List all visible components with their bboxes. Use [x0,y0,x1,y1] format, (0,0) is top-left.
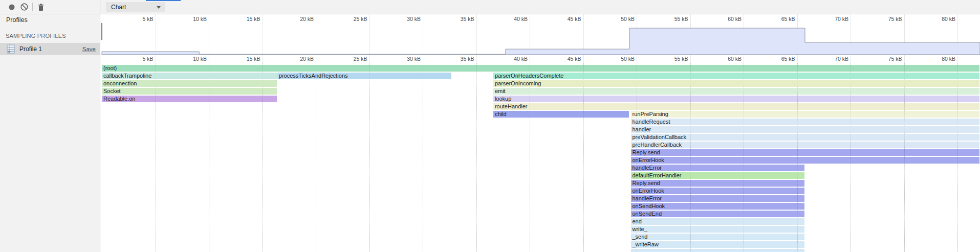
ruler-tick-label: 55 kB [652,16,688,22]
memory-overview-chart[interactable] [100,23,980,55]
ruler-tick-label: 70 kB [813,56,848,62]
svg-text:%: % [8,50,10,53]
flame-bar[interactable]: runPreParsing [631,111,980,118]
ruler-tick-label: 30 kB [385,16,421,22]
profiles-sidebar: Profiles SAMPLING PROFILES % Profile 1 S… [0,0,100,252]
ruler-tick-label: 15 kB [225,56,260,62]
overview-drag-handle[interactable] [101,23,102,40]
ruler-tick-label: 10 kB [171,56,207,62]
ruler-tick-label: 35 kB [439,56,474,62]
flame-gridline-dotted [263,63,263,252]
ruler-tick-label: 15 kB [225,16,260,22]
sidebar-title: Profiles [6,16,28,24]
flame-gridline-dotted [637,63,637,252]
flame-gridline-dotted [957,63,958,252]
flame-bar[interactable]: onErrorHook [631,188,805,194]
trash-icon [36,3,46,12]
flame-chart-panel: 5 kB10 kB15 kB20 kB25 kB30 kB35 kB40 kB4… [100,14,980,252]
flame-bar[interactable]: parserOnHeadersComplete [493,73,979,79]
flame-bar[interactable]: _writeRaw [631,241,805,248]
ruler-tick-label: 80 kB [920,16,955,22]
block-icon [20,3,29,11]
record-icon [8,3,16,11]
flame-bar[interactable]: processTicksAndRejections [277,73,452,79]
flame-ruler: 5 kB10 kB15 kB20 kB25 kB30 kB35 kB40 kB4… [100,55,980,63]
flame-bar[interactable]: onErrorHook [631,157,980,164]
flame-bar[interactable]: parserOnIncoming [493,80,979,87]
flame-bar[interactable] [631,249,805,252]
flame-bar[interactable]: preValidationCallback [631,134,980,141]
ruler-tick-label: 80 kB [920,56,955,62]
delete-profile-button[interactable] [35,1,47,13]
flame-bar[interactable]: Readable.on [102,96,277,102]
ruler-tick-label: 40 kB [492,56,528,62]
flame-gridline-dotted [851,63,851,252]
ruler-tick-label: 40 kB [492,16,528,22]
flame-gridline-dotted [904,63,905,252]
flame-bar[interactable]: write_ [631,226,805,233]
ruler-tick-label: 60 kB [706,16,742,22]
flame-gridline-dotted [156,63,156,252]
flame-bar[interactable]: end [631,218,805,225]
ruler-tick-label: 50 kB [599,16,635,22]
flame-bar[interactable]: handleError [631,165,805,171]
flame-gridline-dotted [797,63,798,252]
ruler-tick-label: 50 kB [599,56,635,62]
overview-ruler: 5 kB10 kB15 kB20 kB25 kB30 kB35 kB40 kB4… [100,14,980,23]
toolbar-separator [32,3,33,11]
flame-bar[interactable]: Socket [102,88,277,95]
ruler-tick-label: 30 kB [385,56,421,62]
view-mode-value: Chart [111,4,126,11]
save-profile-link[interactable]: Save [82,46,96,52]
profile-icon: % [7,44,15,54]
ruler-tick-label: 75 kB [866,16,902,22]
flame-bar[interactable]: _send [631,234,805,240]
flame-bar[interactable]: defaultErrorHandler [631,172,805,179]
ruler-tick-label: 20 kB [278,16,314,22]
flame-bar[interactable]: callbackTrampoline [102,73,277,79]
flame-bar[interactable]: handleRequest [631,119,980,125]
flame-gridline-dotted [744,63,744,252]
ruler-tick-label: 10 kB [171,16,207,22]
flame-bar[interactable]: routeHandler [493,103,979,110]
flame-bar[interactable]: child [493,111,629,118]
ruler-tick-label: 25 kB [332,16,367,22]
chart-toolbar: Chart [100,0,980,14]
profiles-toolbar [0,0,100,14]
chevron-down-icon [157,6,161,9]
sampling-profiles-heading: SAMPLING PROFILES [6,33,66,39]
ruler-tick-label: 70 kB [813,16,848,22]
flame-bar[interactable]: preHandlerCallback [631,142,980,148]
active-tab-indicator [146,0,181,1]
profile-name: Profile 1 [19,45,82,53]
ruler-tick-label: 5 kB [118,16,154,22]
ruler-tick-label: 60 kB [706,56,742,62]
flame-bar[interactable]: handler [631,126,980,133]
flame-bar[interactable]: handleError [631,195,805,202]
flame-gridline-dotted [369,63,370,252]
flame-gridline-dotted [423,63,423,252]
flame-gridline-dotted [316,63,316,252]
flame-bar[interactable]: emit [493,88,979,95]
ruler-tick-label: 65 kB [759,16,795,22]
flame-bar[interactable]: onSendEnd [631,211,805,217]
flame-bar[interactable]: lookup [493,96,979,102]
flame-chart[interactable]: (root)callbackTrampolineprocessTicksAndR… [100,63,980,252]
flame-gridline-dotted [583,63,584,252]
flame-gridline-dotted [476,63,477,252]
flame-gridline-dotted [530,63,530,252]
flame-bar[interactable]: (root) [102,65,979,72]
ruler-tick-label: 45 kB [546,16,581,22]
record-button[interactable] [6,1,18,13]
ruler-tick-label: 20 kB [278,56,314,62]
ruler-tick-label: 35 kB [439,16,474,22]
clear-profiles-button[interactable] [18,1,30,13]
flame-bar[interactable]: Reply.send [631,180,805,187]
flame-bar[interactable]: Reply.send [631,149,980,156]
sidebar-item-profile-1[interactable]: % Profile 1 Save [0,43,100,55]
flame-bar[interactable]: onconnection [102,80,277,87]
view-mode-select[interactable]: Chart [106,2,165,12]
ruler-tick-label: 25 kB [332,56,367,62]
flame-bar[interactable]: onSendHook [631,203,805,210]
flame-gridline-dotted [209,63,209,252]
